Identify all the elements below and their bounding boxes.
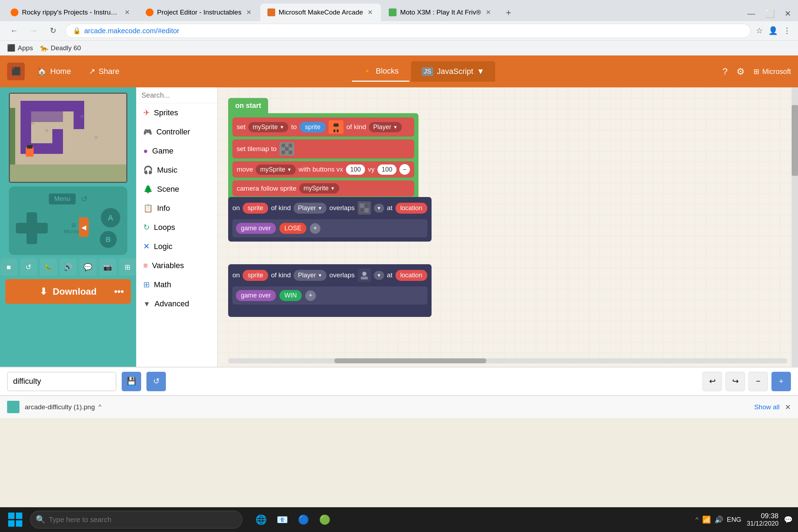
javascript-mode-button[interactable]: JS JavaScript ▼ bbox=[411, 61, 495, 82]
tray-audio-icon[interactable]: 🔊 bbox=[715, 515, 723, 524]
sprite-image[interactable] bbox=[329, 120, 343, 134]
menu-button[interactable]: ⋮ bbox=[783, 26, 791, 35]
browser-tab-3[interactable]: Microsoft MakeCode Arcade ✕ bbox=[260, 4, 381, 21]
star-button[interactable]: ☆ bbox=[756, 26, 763, 35]
new-tab-button[interactable]: + bbox=[500, 4, 517, 21]
camera-mysprite-pill[interactable]: mySprite ▼ bbox=[299, 183, 339, 193]
b-button[interactable]: B bbox=[100, 231, 117, 248]
zoom-out-button[interactable]: − bbox=[748, 372, 768, 391]
panel-collapse-button[interactable]: ◀ bbox=[79, 218, 89, 237]
back-button[interactable]: ← bbox=[7, 24, 21, 38]
tray-arrow-icon[interactable]: ^ bbox=[695, 516, 698, 524]
vy-num[interactable]: 100 bbox=[377, 164, 397, 175]
workspace[interactable]: on start set mySprite ▼ to sprite bbox=[218, 87, 798, 367]
a-button[interactable]: A bbox=[101, 208, 120, 227]
menu-item-info[interactable]: 📋 Info bbox=[136, 199, 217, 218]
menu-item-sprites[interactable]: ✈ Sprites bbox=[136, 103, 217, 122]
profile-button[interactable]: 👤 bbox=[768, 26, 778, 35]
chat-button[interactable]: 💬 bbox=[80, 259, 97, 276]
move-mysprite-pill[interactable]: mySprite ▼ bbox=[256, 164, 296, 175]
tab-close-4[interactable]: ✕ bbox=[485, 7, 492, 17]
menu-item-variables[interactable]: ≡ Variables bbox=[136, 256, 217, 275]
vx-num[interactable]: 100 bbox=[346, 164, 365, 175]
ov2-plus-button[interactable]: + bbox=[305, 290, 316, 301]
ov2-player-pill[interactable]: Player ▼ bbox=[294, 270, 326, 281]
taskbar-chrome-icon[interactable]: 🟢 bbox=[315, 510, 334, 530]
blocks-mode-button[interactable]: 🔸 Blocks bbox=[352, 61, 409, 82]
menu-item-game[interactable]: ● Game bbox=[136, 141, 217, 161]
screenshot-button[interactable]: 📷 bbox=[99, 259, 116, 276]
ov1-tile-image[interactable] bbox=[358, 201, 371, 215]
notif-close-button[interactable]: ✕ bbox=[785, 403, 791, 411]
browser-tab-1[interactable]: Rocky rippy's Projects - Instructa... ✕ bbox=[4, 4, 138, 21]
undo-button[interactable]: ↩ bbox=[702, 372, 722, 391]
vertical-scrollbar[interactable] bbox=[792, 87, 798, 367]
system-clock[interactable]: 09:38 31/12/2020 bbox=[747, 512, 779, 527]
redo-button[interactable]: ↪ bbox=[725, 372, 745, 391]
horizontal-scrollbar[interactable] bbox=[228, 358, 787, 363]
browser-tab-2[interactable]: Project Editor - Instructables ✕ bbox=[139, 4, 260, 21]
taskbar-mail-icon[interactable]: 📧 bbox=[272, 510, 292, 530]
tab-close-1[interactable]: ✕ bbox=[123, 7, 131, 17]
bookmark-apps[interactable]: ⬛ Apps bbox=[7, 44, 33, 52]
replay-button[interactable]: ↺ bbox=[146, 372, 166, 391]
minus-button[interactable]: − bbox=[399, 164, 410, 175]
menu-item-controller[interactable]: 🎮 Controller bbox=[136, 122, 217, 141]
search-input[interactable] bbox=[141, 91, 218, 99]
menu-label[interactable]: Menu bbox=[49, 193, 75, 204]
menu-item-loops[interactable]: ↻ Loops bbox=[136, 218, 217, 237]
notification-icon[interactable]: 💬 bbox=[784, 515, 793, 524]
menu-item-math[interactable]: ⊞ Math bbox=[136, 275, 217, 294]
mysprite-pill[interactable]: mySprite ▼ bbox=[248, 122, 288, 132]
tab-close-2[interactable]: ✕ bbox=[245, 7, 253, 17]
settings-icon[interactable]: ⚙ bbox=[736, 66, 745, 77]
menu-item-music[interactable]: 🎧 Music bbox=[136, 161, 217, 180]
taskbar-search[interactable]: 🔍 bbox=[30, 511, 242, 528]
tilemap-image[interactable] bbox=[279, 142, 294, 156]
ov2-sprite-dropdown[interactable]: ▼ bbox=[374, 271, 384, 280]
forward-button[interactable]: → bbox=[27, 24, 41, 38]
taskbar-edge2-icon[interactable]: 🔵 bbox=[294, 510, 313, 530]
share-icon: ↗ bbox=[89, 67, 95, 76]
player-pill[interactable]: Player ▼ bbox=[369, 122, 402, 132]
home-button[interactable]: 🏠 Home bbox=[32, 64, 76, 79]
maximize-button[interactable]: ⬜ bbox=[762, 9, 778, 18]
save-button[interactable]: 💾 bbox=[122, 372, 141, 391]
show-all-button[interactable]: Show all bbox=[754, 403, 780, 411]
close-button[interactable]: ✕ bbox=[781, 9, 794, 18]
tab-close-3[interactable]: ✕ bbox=[366, 7, 374, 17]
tray-network-icon[interactable]: 📶 bbox=[702, 515, 711, 524]
dpad[interactable] bbox=[16, 212, 48, 244]
help-icon[interactable]: ? bbox=[722, 66, 727, 77]
taskbar-edge-icon[interactable]: 🌐 bbox=[251, 510, 271, 530]
browser-tab-4[interactable]: Moto X3M : Play It At Friv® ✕ bbox=[382, 4, 499, 21]
menu-item-scene[interactable]: 🌲 Scene bbox=[136, 180, 217, 199]
notif-chevron-icon[interactable]: ^ bbox=[98, 403, 101, 411]
share-button[interactable]: ↗ Share bbox=[83, 64, 125, 79]
ov1-tile-dropdown[interactable]: ▼ bbox=[374, 204, 384, 213]
scrollbar-thumb[interactable] bbox=[334, 358, 486, 363]
zoom-in-button[interactable]: + bbox=[771, 372, 791, 391]
address-bar[interactable]: 🔒 arcade.makecode.com/#editor bbox=[65, 24, 751, 38]
ov1-player-pill[interactable]: Player ▼ bbox=[294, 203, 326, 214]
stop-button[interactable]: ■ bbox=[0, 259, 17, 276]
menu-item-logic[interactable]: ✕ Logic bbox=[136, 237, 217, 256]
download-more-button[interactable]: ••• bbox=[114, 286, 124, 297]
project-name-input[interactable] bbox=[7, 372, 116, 391]
debug-button[interactable]: 🐛 bbox=[40, 259, 57, 276]
menu-item-advanced[interactable]: ▼ Advanced bbox=[136, 294, 217, 313]
audio-button[interactable]: 🔊 bbox=[60, 259, 77, 276]
bookmark-deadly60[interactable]: 🐆 Deadly 60 bbox=[40, 44, 81, 52]
fullscreen-button[interactable]: ⊞ bbox=[119, 259, 136, 276]
restart-button[interactable]: ↺ bbox=[20, 259, 37, 276]
start-button[interactable] bbox=[5, 510, 25, 530]
vertical-scrollbar-thumb[interactable] bbox=[792, 105, 798, 176]
minimize-button[interactable]: — bbox=[744, 9, 759, 18]
refresh-button[interactable]: ↻ bbox=[46, 24, 60, 38]
sim-refresh-icon[interactable]: ↺ bbox=[81, 195, 87, 204]
ov2-sprite-image[interactable] bbox=[358, 268, 371, 282]
taskbar-search-input[interactable] bbox=[49, 516, 237, 524]
download-button[interactable]: ⬇ Download ••• bbox=[5, 279, 131, 304]
ov1-plus-button[interactable]: + bbox=[310, 223, 320, 234]
microsoft-logo: ⊞ Microsoft bbox=[753, 67, 791, 76]
